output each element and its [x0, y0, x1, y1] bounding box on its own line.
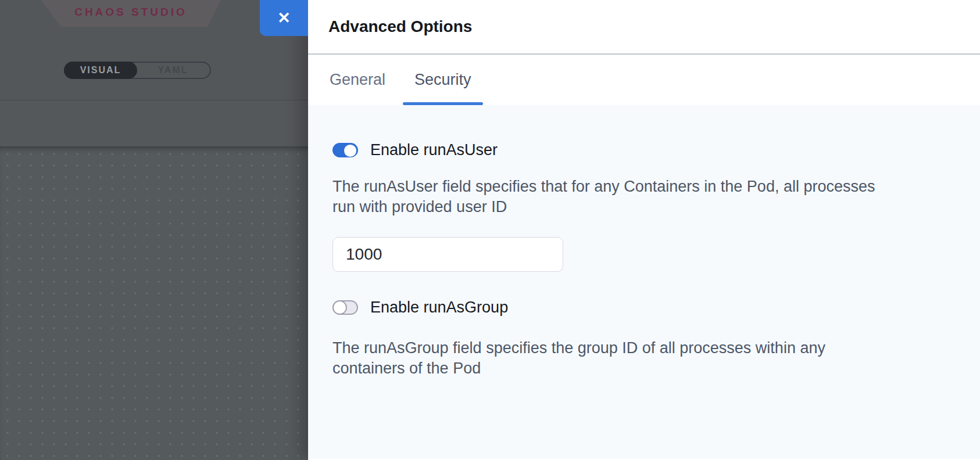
visual-tab[interactable]: VISUAL [64, 62, 137, 79]
close-icon: ✕ [277, 10, 291, 26]
description-line: run with provided user ID [332, 197, 957, 217]
tab-bar: General Security [308, 55, 980, 105]
view-mode-toggle[interactable]: VISUAL YAML [64, 62, 211, 79]
advanced-options-panel: Advanced Options General Security Enable… [308, 0, 980, 460]
run-as-group-description: The runAsGroup field specifies the group… [332, 338, 957, 379]
run-as-user-toggle[interactable] [332, 143, 358, 157]
run-as-user-label: Enable runAsUser [370, 141, 498, 159]
canvas-toolbar [0, 100, 308, 146]
description-line: The runAsUser field specifies that for a… [332, 177, 957, 197]
dimmed-app-backdrop: CHAOS STUDIO VISUAL YAML [0, 0, 308, 460]
panel-title: Advanced Options [328, 17, 472, 36]
description-line: containers of the Pod [332, 358, 957, 379]
app-banner: CHAOS STUDIO [41, 0, 221, 27]
run-as-group-toggle[interactable] [332, 300, 358, 315]
tab-general[interactable]: General [318, 55, 397, 105]
description-line: The runAsGroup field specifies the group… [332, 338, 957, 358]
run-as-user-row: Enable runAsUser [332, 142, 957, 157]
visual-tab-label: VISUAL [80, 65, 121, 76]
app-title: CHAOS STUDIO [74, 6, 187, 19]
run-as-group-row: Enable runAsGroup [332, 300, 957, 315]
tab-security[interactable]: Security [403, 55, 483, 105]
close-button[interactable]: ✕ [260, 0, 308, 36]
toggle-knob [344, 145, 356, 157]
security-tab-content: Enable runAsUser The runAsUser field spe… [308, 105, 980, 459]
run-as-user-description: The runAsUser field specifies that for a… [332, 177, 957, 217]
toggle-knob [332, 300, 347, 315]
panel-header: Advanced Options [308, 0, 980, 55]
run-as-user-input[interactable] [332, 237, 563, 272]
yaml-tab-label: YAML [158, 65, 188, 76]
yaml-tab[interactable]: YAML [136, 63, 210, 78]
dotted-canvas [0, 146, 308, 460]
run-as-group-label: Enable runAsGroup [370, 299, 508, 317]
